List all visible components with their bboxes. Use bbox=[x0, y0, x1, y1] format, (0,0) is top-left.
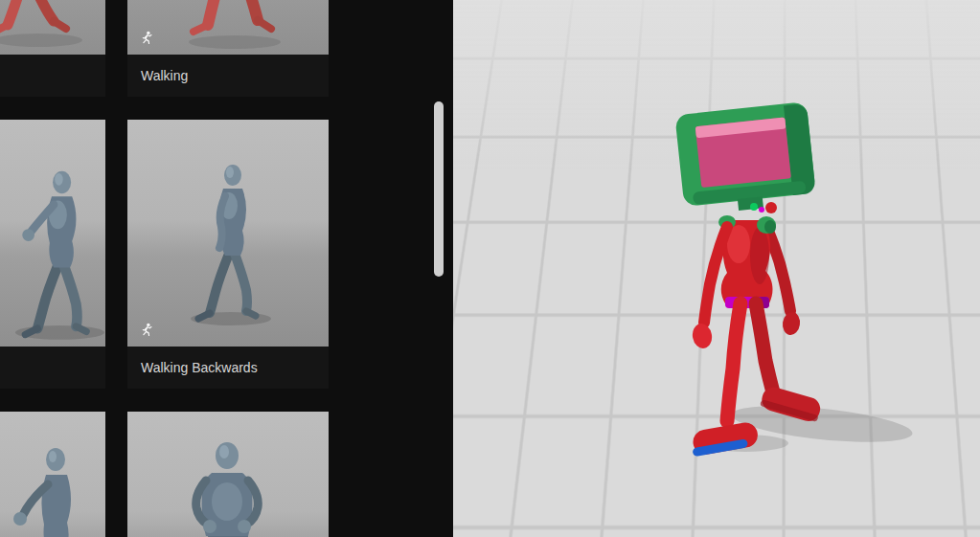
thumbnail-figure-mannequin bbox=[127, 412, 329, 537]
thumbnail-figure-mannequin bbox=[0, 412, 105, 537]
animation-card[interactable] bbox=[0, 412, 105, 537]
animation-name: Walking Backwards bbox=[141, 360, 258, 375]
animation-card-label bbox=[0, 55, 105, 97]
thumbnail-figure-mannequin bbox=[0, 120, 105, 347]
character-neck-dots bbox=[750, 202, 777, 213]
animation-card[interactable]: Walking Backwards bbox=[127, 120, 329, 389]
character-model bbox=[645, 91, 932, 459]
animation-thumbnail[interactable] bbox=[127, 120, 329, 347]
animation-card-label: Walking bbox=[127, 55, 329, 97]
run-icon bbox=[139, 323, 153, 337]
character-head bbox=[674, 101, 816, 216]
animation-thumbnail[interactable] bbox=[0, 412, 105, 537]
app-root: Walking bbox=[0, 0, 980, 537]
animation-card[interactable] bbox=[127, 412, 329, 537]
viewport-3d[interactable] bbox=[453, 0, 980, 537]
scrollbar-thumb[interactable] bbox=[434, 101, 444, 277]
thumbnail-figure-mannequin bbox=[127, 120, 329, 347]
thumbnail-figure-red-legs bbox=[127, 0, 329, 55]
run-icon bbox=[139, 31, 153, 45]
animation-card[interactable] bbox=[0, 0, 105, 97]
thumbnail-figure-red-legs bbox=[0, 0, 105, 55]
animation-card[interactable] bbox=[0, 120, 105, 389]
animation-card-label bbox=[0, 347, 105, 389]
animation-thumbnail[interactable] bbox=[0, 120, 105, 347]
animation-thumbnail[interactable] bbox=[127, 412, 329, 537]
animation-thumbnail[interactable] bbox=[127, 0, 329, 55]
animation-thumbnail[interactable] bbox=[0, 0, 105, 55]
animation-card[interactable]: Walking bbox=[127, 0, 329, 97]
animation-card-label: Walking Backwards bbox=[127, 347, 329, 389]
animations-sidebar: Walking bbox=[0, 0, 453, 537]
animation-name: Walking bbox=[141, 68, 188, 83]
